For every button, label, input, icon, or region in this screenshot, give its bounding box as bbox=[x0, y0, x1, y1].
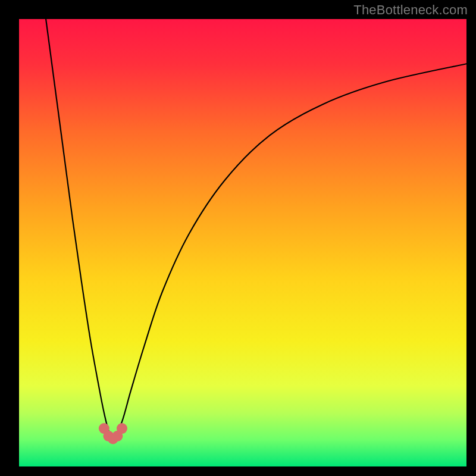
well-marker bbox=[117, 423, 127, 434]
chart-background bbox=[19, 19, 466, 466]
watermark-text: TheBottleneck.com bbox=[353, 2, 468, 18]
chart-svg bbox=[19, 19, 466, 466]
chart-plot-area bbox=[19, 19, 466, 466]
